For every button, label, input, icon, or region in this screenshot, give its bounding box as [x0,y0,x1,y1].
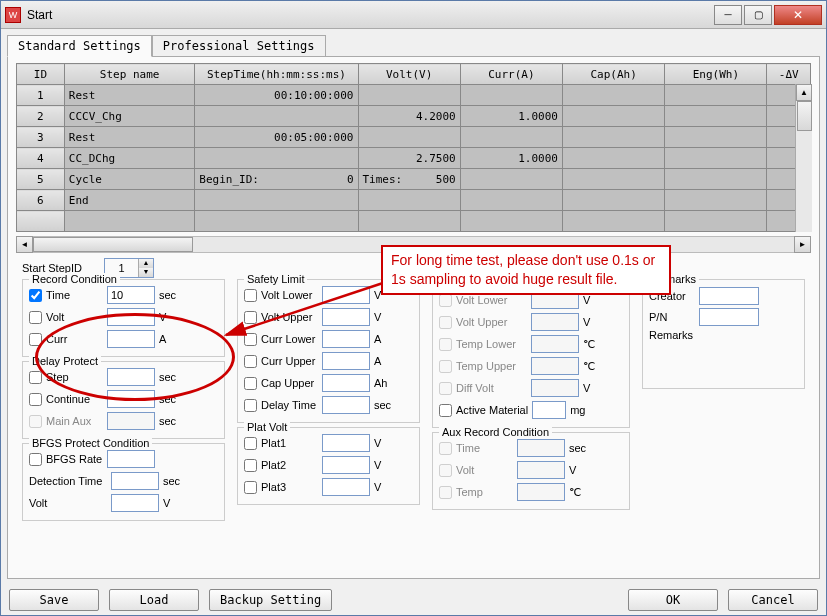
col-curr[interactable]: Curr(A) [460,64,562,85]
sl-delaytime-input[interactable] [322,396,370,414]
delay-continue-checkbox[interactable] [29,393,42,406]
plat2-checkbox[interactable] [244,459,257,472]
safety-limit-group: Safety Limit Volt LowerV Volt UpperV Cur… [237,279,420,423]
col-time[interactable]: StepTime(hh:mm:ss:ms) [195,64,358,85]
sl2-diffvolt-checkbox [439,382,452,395]
scroll-right-icon[interactable]: ► [794,236,811,253]
aux-temp-checkbox [439,486,452,499]
sl-voltlower-input[interactable] [322,286,370,304]
record-curr-checkbox[interactable] [29,333,42,346]
tabstrip: Standard Settings Professional Settings [7,35,820,57]
col-id[interactable]: ID [17,64,65,85]
annotation-callout: For long time test, please don't use 0.1… [381,245,671,295]
record-time-input[interactable] [107,286,155,304]
col-eng[interactable]: Eng(Wh) [665,64,767,85]
sl-delaytime-checkbox[interactable] [244,399,257,412]
start-window: W Start ─ ▢ ✕ Standard Settings Professi… [0,0,827,616]
tab-standard-settings[interactable]: Standard Settings [7,35,152,57]
plat1-input[interactable] [322,434,370,452]
table-vertical-scrollbar[interactable]: ▲ [795,84,812,232]
delay-mainaux-input [107,412,155,430]
col-step[interactable]: Step name [64,64,195,85]
sl-currlower-input[interactable] [322,330,370,348]
table-row[interactable]: 3Rest00:05:00:000 [17,127,811,148]
scroll-left-icon[interactable]: ◄ [16,236,33,253]
spin-down-icon[interactable]: ▼ [138,268,153,277]
plat1-checkbox[interactable] [244,437,257,450]
tab-panel-standard: ID Step name StepTime(hh:mm:ss:ms) Volt(… [7,56,820,579]
table-row[interactable]: 2CCCV_Chg4.20001.0000 [17,106,811,127]
aux-record-group: Aux Record Condition Timesec VoltV Temp℃ [432,432,630,510]
app-icon: W [5,7,21,23]
bfgs-rate-input[interactable] [107,450,155,468]
table-row[interactable]: 4CC_DChg2.75001.0000 [17,148,811,169]
sl-capupper-checkbox[interactable] [244,377,257,390]
active-material-checkbox[interactable] [439,404,452,417]
plat-volt-group: Plat Volt Plat1V Plat2V Plat3V [237,427,420,505]
window-title: Start [27,8,712,22]
sl-voltupper-checkbox[interactable] [244,311,257,324]
safety-limit-2-group: Volt LowerV Volt UpperV Temp Lower℃ Temp… [432,279,630,428]
table-row[interactable]: 5CycleBegin_ID:0Times:500 [17,169,811,190]
record-volt-checkbox[interactable] [29,311,42,324]
minimize-button[interactable]: ─ [714,5,742,25]
aux-time-input [517,439,565,457]
active-material-input[interactable] [532,401,566,419]
maximize-button[interactable]: ▢ [744,5,772,25]
sl-currupper-input[interactable] [322,352,370,370]
delay-step-input[interactable] [107,368,155,386]
table-row[interactable]: 1Rest00:10:00:000 [17,85,811,106]
aux-time-checkbox [439,442,452,455]
save-button[interactable]: Save [9,589,99,611]
delay-continue-input[interactable] [107,390,155,408]
sl2-tempupper-input [531,357,579,375]
table-row[interactable] [17,211,811,232]
sl2-tempupper-checkbox [439,360,452,373]
sl-voltlower-checkbox[interactable] [244,289,257,302]
creator-input[interactable] [699,287,759,305]
record-volt-input[interactable] [107,308,155,326]
close-button[interactable]: ✕ [774,5,822,25]
plat3-input[interactable] [322,478,370,496]
delay-step-checkbox[interactable] [29,371,42,384]
bfgs-detection-input[interactable] [111,472,159,490]
sl2-templower-input [531,335,579,353]
record-time-checkbox[interactable] [29,289,42,302]
sl-currlower-checkbox[interactable] [244,333,257,346]
tab-professional-settings[interactable]: Professional Settings [152,35,326,57]
cancel-button[interactable]: Cancel [728,589,818,611]
sl2-voltlower-checkbox [439,294,452,307]
ok-button[interactable]: OK [628,589,718,611]
aux-temp-input [517,483,565,501]
sl2-voltupper-checkbox [439,316,452,329]
sl-currupper-checkbox[interactable] [244,355,257,368]
bfgs-rate-checkbox[interactable] [29,453,42,466]
bfgs-volt-input[interactable] [111,494,159,512]
sl-capupper-input[interactable] [322,374,370,392]
scroll-up-icon[interactable]: ▲ [796,84,812,101]
bfgs-group: BFGS Protect Condition BFGS Rate Detecti… [22,443,225,521]
col-dv[interactable]: -ΔV [767,64,811,85]
table-row[interactable]: 6End [17,190,811,211]
scroll-thumb-h[interactable] [33,237,193,252]
aux-volt-input [517,461,565,479]
aux-volt-checkbox [439,464,452,477]
sl2-templower-checkbox [439,338,452,351]
col-volt[interactable]: Volt(V) [358,64,460,85]
delay-mainaux-checkbox [29,415,42,428]
record-condition-group: Record Condition Timesec VoltV CurrA [22,279,225,357]
record-curr-input[interactable] [107,330,155,348]
sl2-voltupper-input [531,313,579,331]
scroll-thumb[interactable] [797,101,812,131]
spin-up-icon[interactable]: ▲ [138,259,153,268]
sl-voltupper-input[interactable] [322,308,370,326]
step-table[interactable]: ID Step name StepTime(hh:mm:ss:ms) Volt(… [16,63,811,232]
plat3-checkbox[interactable] [244,481,257,494]
remarks-group: Remarks Creator P/N Remarks [642,279,805,389]
plat2-input[interactable] [322,456,370,474]
pn-input[interactable] [699,308,759,326]
load-button[interactable]: Load [109,589,199,611]
backup-setting-button[interactable]: Backup Setting [209,589,332,611]
col-cap[interactable]: Cap(Ah) [562,64,664,85]
sl2-diffvolt-input [531,379,579,397]
